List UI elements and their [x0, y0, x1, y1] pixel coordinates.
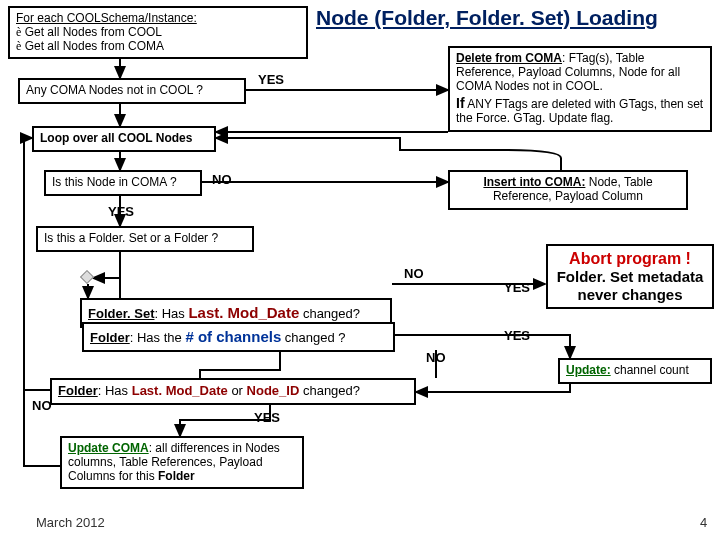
delete-head: Delete from COMA — [456, 51, 562, 65]
no-label-2: NO — [404, 266, 424, 281]
no-label-4: NO — [32, 398, 52, 413]
delete-if: If — [456, 95, 465, 111]
yes-label-5: YES — [254, 410, 280, 425]
start-line3: Get all Nodes from COMA — [21, 39, 164, 53]
yes-label-2: YES — [108, 204, 134, 219]
delete-if-body: ANY FTags are deleted with GTags, then s… — [456, 97, 703, 125]
updch-a: Update: — [566, 363, 611, 377]
fsset-b: : Has — [154, 306, 188, 321]
upd-a: Update COMA — [68, 441, 149, 455]
flm-e: Node_ID — [247, 383, 300, 398]
footer-page: 4 — [700, 515, 707, 530]
fch-c: # of channels — [185, 328, 281, 345]
anycoma-box: Any COMA Nodes not in COOL ? — [18, 78, 246, 104]
flm-d: or — [228, 383, 247, 398]
folder-lastmod-box: Folder: Has Last. Mod_Date or Node_ID ch… — [50, 378, 416, 405]
fsset-c: Last. Mod_Date — [188, 304, 299, 321]
flm-c: Last. Mod_Date — [132, 383, 228, 398]
updch-b: channel count — [611, 363, 689, 377]
flm-a: Folder — [58, 383, 98, 398]
abort-c: never changes — [554, 286, 706, 303]
fsset-d: changed? — [299, 306, 360, 321]
insert-box: Insert into COMA: Node, Table Reference,… — [448, 170, 688, 210]
delete-box: Delete from COMA: FTag(s), Table Referen… — [448, 46, 712, 132]
no-label-1: NO — [212, 172, 232, 187]
insert-head: Insert into COMA: — [483, 175, 585, 189]
fch-b: : Has the — [130, 330, 186, 345]
abort-box: Abort program ! Folder. Set metadata nev… — [546, 244, 714, 309]
no-label-3: NO — [426, 350, 446, 365]
start-box: For each COOLSchema/Instance: è Get all … — [8, 6, 308, 59]
fsset-a: Folder. Set — [88, 306, 154, 321]
abort-b: Folder. Set metadata — [554, 268, 706, 285]
flm-b: : Has — [98, 383, 132, 398]
isfs-box: Is this a Folder. Set or a Folder ? — [36, 226, 254, 252]
page-title: Node (Folder, Folder. Set) Loading — [316, 6, 658, 30]
flm-f: changed? — [299, 383, 360, 398]
yes-label-3: YES — [504, 280, 530, 295]
folder-channels-box: Folder: Has the # of channels changed ? — [82, 322, 395, 352]
yes-label-4: YES — [504, 328, 530, 343]
update-channel-box: Update: channel count — [558, 358, 712, 384]
start-line1: For each COOLSchema/Instance: — [16, 11, 197, 25]
start-line2: Get all Nodes from COOL — [21, 25, 162, 39]
loop-box: Loop over all COOL Nodes — [32, 126, 216, 152]
update-coma-box: Update COMA: all differences in Nodes co… — [60, 436, 304, 489]
footer-date: March 2012 — [36, 515, 105, 530]
fch-d: changed ? — [281, 330, 345, 345]
isnode-box: Is this Node in COMA ? — [44, 170, 202, 196]
yes-label-1: YES — [258, 72, 284, 87]
fch-a: Folder — [90, 330, 130, 345]
upd-c: Folder — [158, 469, 195, 483]
decision-diamond — [80, 270, 94, 284]
abort-a: Abort program ! — [554, 250, 706, 268]
